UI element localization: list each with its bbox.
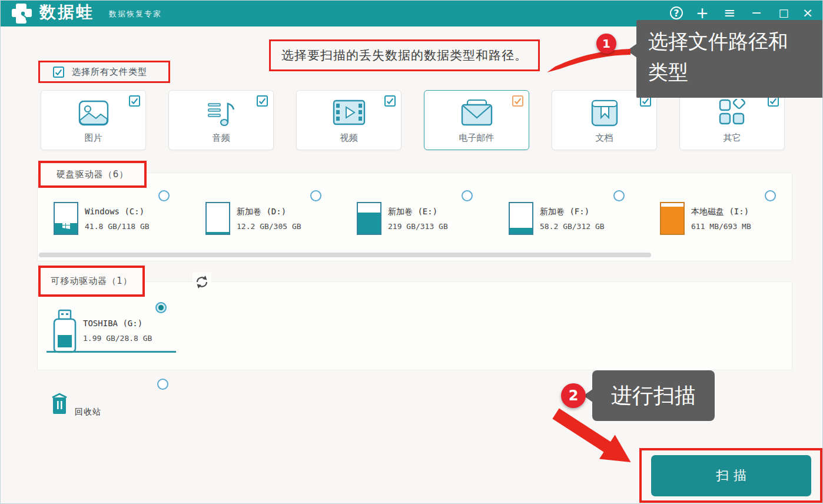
checkmark-icon bbox=[769, 97, 777, 105]
selected-drive-underline bbox=[47, 351, 176, 353]
video-icon bbox=[332, 99, 366, 126]
checkmark-icon bbox=[55, 68, 62, 76]
app-window: 数据蛙 数据恢复专家 ? + ≡ − □ × 选择要扫描的丢失数据的数据类型和路… bbox=[0, 0, 823, 504]
filetype-label: 文档 bbox=[552, 132, 656, 144]
filetype-label: 其它 bbox=[680, 132, 784, 144]
drive-name: Windows (C:) bbox=[85, 207, 144, 216]
checkmark-icon bbox=[131, 97, 138, 105]
step1-tooltip: 选择文件路径和类型 bbox=[636, 20, 823, 98]
select-all-highlight-box: 选择所有文件类型 bbox=[38, 61, 170, 83]
checkmark-icon bbox=[386, 97, 394, 105]
checkmark-icon bbox=[642, 97, 649, 105]
filetype-card-video[interactable]: 视频 bbox=[296, 90, 401, 150]
audio-icon bbox=[206, 99, 237, 127]
drive-radio[interactable] bbox=[158, 190, 170, 201]
hdd-icon bbox=[357, 202, 381, 235]
close-icon: × bbox=[802, 5, 813, 20]
filetype-checkbox[interactable] bbox=[257, 95, 268, 107]
select-all-checkbox[interactable] bbox=[53, 67, 64, 78]
removable-drives-title: 可移动驱动器（1） bbox=[51, 276, 132, 287]
help-icon: ? bbox=[670, 6, 683, 19]
drive-item-e[interactable]: 新加卷 (E:) 219 GB/313 GB bbox=[354, 189, 489, 255]
recycle-bin-item[interactable]: 回收站 bbox=[50, 377, 180, 425]
hamburger-icon: ≡ bbox=[724, 5, 735, 21]
drive-capacity: 219 GB/313 GB bbox=[388, 222, 448, 231]
refresh-icon bbox=[194, 274, 210, 290]
drive-name: 本地磁盘 (I:) bbox=[691, 207, 749, 217]
windows-logo-icon bbox=[62, 221, 70, 229]
hdd-icon bbox=[205, 202, 230, 235]
drive-capacity: 611 MB/693 MB bbox=[691, 222, 751, 231]
other-icon bbox=[718, 99, 747, 127]
app-tagline: 数据恢复专家 bbox=[109, 9, 162, 19]
filetype-card-images[interactable]: 图片 bbox=[41, 90, 146, 150]
filetype-checkbox[interactable] bbox=[384, 95, 396, 107]
hard-drives-title-highlight-box: 硬盘驱动器（6） bbox=[38, 161, 147, 188]
drive-radio[interactable] bbox=[462, 190, 473, 201]
usb-drive-icon bbox=[52, 309, 77, 355]
email-icon bbox=[460, 99, 494, 127]
recycle-bin-label: 回收站 bbox=[75, 407, 101, 417]
drive-name: 新加卷 (D:) bbox=[237, 207, 286, 217]
filetype-card-other[interactable]: 其它 bbox=[679, 90, 785, 150]
drive-name: 新加卷 (F:) bbox=[540, 207, 589, 217]
checkmark-icon bbox=[258, 97, 266, 105]
hdd-icon bbox=[660, 202, 685, 235]
hard-drives-title: 硬盘驱动器（6） bbox=[57, 169, 129, 180]
hdd-icon bbox=[509, 202, 533, 235]
drive-item-local-disk[interactable]: 本地磁盘 (I:) 611 MB/693 MB bbox=[657, 189, 792, 255]
filetype-label: 电子邮件 bbox=[424, 132, 529, 144]
horizontal-scrollbar[interactable] bbox=[39, 253, 651, 257]
maximize-icon: □ bbox=[778, 6, 788, 19]
drive-capacity: 41.8 GB/118 GB bbox=[85, 222, 150, 231]
document-icon bbox=[589, 99, 620, 127]
step1-badge: 1 bbox=[596, 34, 616, 54]
hdd-icon bbox=[54, 202, 78, 235]
filetype-label: 图片 bbox=[41, 132, 145, 144]
filetype-label: 视频 bbox=[297, 132, 401, 144]
filetype-card-email[interactable]: 电子邮件 bbox=[424, 90, 529, 150]
filetype-checkbox[interactable] bbox=[129, 95, 140, 107]
tooltip-pointer bbox=[627, 44, 637, 58]
plus-icon: + bbox=[696, 4, 709, 22]
drive-capacity: 1.99 GB/28.8 GB bbox=[83, 334, 152, 343]
drive-radio[interactable] bbox=[310, 190, 321, 201]
app-name: 数据蛙 bbox=[39, 1, 94, 24]
filetype-card-audio[interactable]: 音频 bbox=[168, 90, 274, 150]
minimize-icon: − bbox=[751, 5, 762, 20]
refresh-button[interactable] bbox=[193, 273, 211, 291]
filetype-card-documents[interactable]: 文档 bbox=[552, 90, 657, 150]
app-logo-frog-icon bbox=[10, 2, 35, 25]
checkmark-icon bbox=[514, 97, 522, 105]
step2-badge: 2 bbox=[561, 383, 586, 408]
drive-radio[interactable] bbox=[613, 190, 625, 201]
filetype-checkbox[interactable] bbox=[512, 95, 523, 107]
drive-name: 新加卷 (E:) bbox=[388, 207, 437, 217]
drive-capacity: 12.2 GB/305 GB bbox=[237, 222, 301, 231]
scan-button[interactable]: 扫描 bbox=[651, 455, 811, 496]
drive-item-f[interactable]: 新加卷 (F:) 58.2 GB/312 GB bbox=[506, 189, 641, 255]
step2-tooltip: 进行扫描 bbox=[592, 370, 715, 421]
drive-capacity: 58.2 GB/312 GB bbox=[540, 222, 605, 231]
recycle-bin-icon bbox=[50, 393, 69, 415]
drive-name: TOSHIBA (G:) bbox=[83, 319, 142, 328]
select-all-label: 选择所有文件类型 bbox=[72, 67, 147, 78]
instruction-banner-highlight-box: 选择要扫描的丢失数据的数据类型和路径。 bbox=[269, 39, 540, 71]
filetype-label: 音频 bbox=[169, 132, 273, 144]
drive-item-d[interactable]: 新加卷 (D:) 12.2 GB/305 GB bbox=[203, 189, 338, 255]
removable-drives-title-highlight-box: 可移动驱动器（1） bbox=[38, 266, 145, 297]
step2-tooltip-label: 进行扫描 bbox=[611, 382, 696, 410]
instruction-banner-text: 选择要扫描的丢失数据的数据类型和路径。 bbox=[271, 41, 538, 69]
step1-tooltip-label: 选择文件路径和类型 bbox=[648, 29, 788, 84]
drive-item-windows-c[interactable]: Windows (C:) 41.8 GB/118 GB bbox=[51, 189, 186, 255]
drive-radio[interactable] bbox=[765, 190, 776, 201]
image-icon bbox=[77, 99, 110, 127]
red-arrow-to-banner bbox=[547, 48, 630, 78]
recycle-bin-radio[interactable] bbox=[157, 379, 168, 390]
drive-radio-selected[interactable] bbox=[155, 302, 167, 313]
